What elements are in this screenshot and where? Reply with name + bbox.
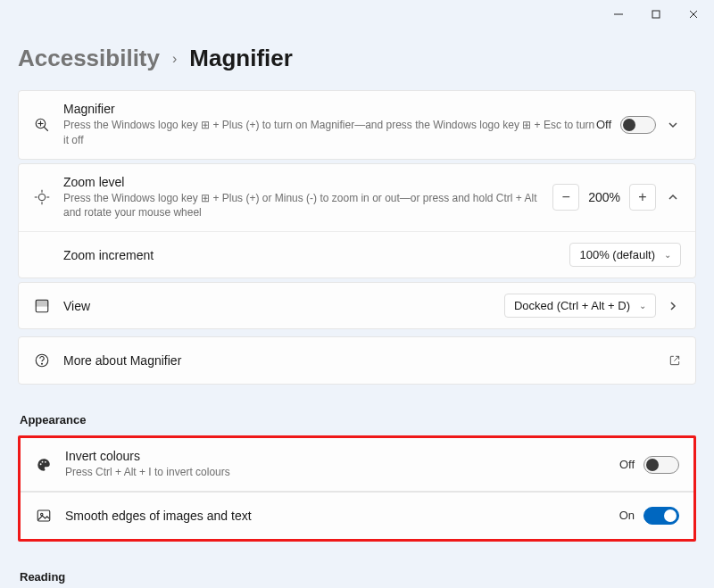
image-icon <box>35 507 53 525</box>
windows-logo-key-icon: ⊞ <box>201 192 210 204</box>
svg-point-19 <box>42 460 44 462</box>
invert-colours-title: Invert colours <box>65 449 619 463</box>
chevron-right-icon: › <box>172 51 177 67</box>
zoom-level-subtitle: Press the Windows logo key ⊞ + Plus (+) … <box>63 191 552 221</box>
magnifier-icon <box>33 116 51 134</box>
zoom-level-row[interactable]: Zoom level Press the Windows logo key ⊞ … <box>19 164 695 232</box>
zoom-value: 200% <box>588 190 620 204</box>
magnifier-toggle-label: Off <box>596 118 611 131</box>
svg-line-17 <box>674 357 678 361</box>
zoom-increment-dropdown[interactable]: 100% (default) ⌄ <box>569 243 681 267</box>
help-icon <box>33 352 51 369</box>
external-link-icon <box>668 354 681 367</box>
svg-point-16 <box>42 363 43 364</box>
breadcrumb-parent[interactable]: Accessibility <box>18 45 160 72</box>
invert-colours-toggle-label: Off <box>619 458 635 471</box>
magnifier-toggle[interactable] <box>620 116 656 134</box>
reading-section-header: Reading <box>18 545 696 588</box>
smooth-edges-title: Smooth edges of images and text <box>65 509 619 523</box>
magnifier-row[interactable]: Magnifier Press the Windows logo key ⊞ +… <box>19 91 695 159</box>
zoom-card: Zoom level Press the Windows logo key ⊞ … <box>18 163 696 279</box>
close-button[interactable] <box>677 4 710 25</box>
zoom-icon <box>33 188 51 206</box>
chevron-right-icon[interactable] <box>665 298 681 314</box>
zoom-increment-title: Zoom increment <box>63 248 569 262</box>
palette-icon <box>35 456 53 474</box>
view-dropdown[interactable]: Docked (Ctrl + Alt + D) ⌄ <box>504 294 656 318</box>
magnifier-subtitle: Press the Windows logo key ⊞ + Plus (+) … <box>63 118 596 148</box>
smooth-edges-row[interactable]: Smooth edges of images and text On <box>21 493 693 539</box>
svg-point-8 <box>38 195 46 202</box>
windows-logo-key-icon: ⊞ <box>201 119 210 131</box>
zoom-increment-row[interactable]: Zoom increment 100% (default) ⌄ <box>19 231 695 277</box>
smooth-edges-toggle[interactable] <box>643 507 679 525</box>
chevron-down-icon: ⌄ <box>639 301 646 311</box>
zoom-level-title: Zoom level <box>63 175 552 189</box>
more-about-magnifier-link[interactable]: More about Magnifier <box>19 337 695 384</box>
view-row[interactable]: View Docked (Ctrl + Alt + D) ⌄ <box>19 283 695 328</box>
appearance-section-header: Appearance <box>18 388 696 435</box>
svg-line-7 <box>44 127 48 131</box>
invert-colours-toggle[interactable] <box>643 456 679 474</box>
svg-point-18 <box>40 463 42 465</box>
view-value: Docked (Ctrl + Alt + D) <box>514 299 630 312</box>
maximize-button[interactable] <box>639 4 673 25</box>
chevron-down-icon[interactable] <box>665 117 681 133</box>
svg-rect-1 <box>652 11 660 18</box>
appearance-highlight-box: Invert colours Press Ctrl + Alt + I to i… <box>18 435 696 542</box>
more-title: More about Magnifier <box>63 353 668 368</box>
zoom-increment-value: 100% (default) <box>579 248 655 261</box>
svg-rect-14 <box>36 300 48 306</box>
zoom-increase-button[interactable]: + <box>629 184 656 211</box>
view-card: View Docked (Ctrl + Alt + D) ⌄ <box>18 282 696 329</box>
breadcrumb: Accessibility › Magnifier <box>18 29 696 90</box>
more-card: More about Magnifier <box>18 336 696 385</box>
windows-logo-key-icon: ⊞ <box>522 119 531 131</box>
zoom-stepper: − 200% + <box>552 184 656 211</box>
window-titlebar <box>0 0 714 29</box>
view-icon <box>33 297 51 315</box>
chevron-up-icon[interactable] <box>665 189 681 205</box>
chevron-down-icon: ⌄ <box>664 250 671 260</box>
svg-point-20 <box>45 461 46 463</box>
view-title: View <box>63 299 504 313</box>
invert-colours-row[interactable]: Invert colours Press Ctrl + Alt + I to i… <box>21 438 693 491</box>
svg-rect-21 <box>37 510 50 521</box>
minimize-button[interactable] <box>602 4 635 25</box>
magnifier-title: Magnifier <box>63 102 596 116</box>
zoom-decrease-button[interactable]: − <box>552 184 579 211</box>
invert-colours-subtitle: Press Ctrl + Alt + I to invert colours <box>65 465 619 480</box>
magnifier-card: Magnifier Press the Windows logo key ⊞ +… <box>18 90 696 160</box>
page-title: Magnifier <box>189 45 293 72</box>
smooth-edges-toggle-label: On <box>619 509 635 522</box>
